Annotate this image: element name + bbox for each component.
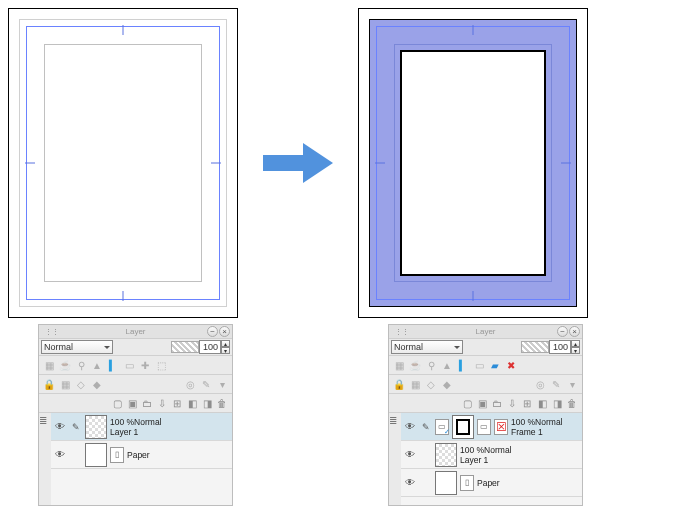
ruler-icon[interactable]: ▰ bbox=[488, 358, 502, 372]
lock-all-icon[interactable]: ◆ bbox=[90, 377, 104, 391]
layer-name[interactable]: Paper bbox=[127, 450, 150, 460]
border-icon[interactable]: ▭ bbox=[472, 358, 486, 372]
delete-button[interactable]: 🗑 bbox=[565, 396, 579, 410]
layer-thumbnail[interactable] bbox=[85, 443, 107, 467]
lock-all-icon[interactable]: ◆ bbox=[440, 377, 454, 391]
layer-name[interactable]: Layer 1 bbox=[110, 427, 162, 437]
opacity-up[interactable]: ▴ bbox=[221, 340, 230, 347]
layer-sidebar-icon: ≣ bbox=[39, 413, 51, 505]
lock-alpha-icon[interactable]: ▦ bbox=[42, 358, 56, 372]
crop-mark-top bbox=[473, 25, 474, 35]
layer-thumbnail[interactable] bbox=[85, 415, 107, 439]
transfer-down-button[interactable]: ⇩ bbox=[505, 396, 519, 410]
lock-row: 🔒 ▦ ◇ ◆ ◎ ✎ ▾ bbox=[389, 375, 582, 394]
lock-alpha-icon[interactable]: ▦ bbox=[392, 358, 406, 372]
paint-icon[interactable]: ▲ bbox=[90, 358, 104, 372]
opacity-down[interactable]: ▾ bbox=[221, 347, 230, 354]
lock-pos-icon[interactable]: ◇ bbox=[74, 377, 88, 391]
crop-mark-right bbox=[211, 163, 221, 164]
layer-meta: 100 %Normal bbox=[460, 445, 512, 455]
layer-row[interactable]: 👁 100 %Normal Layer 1 bbox=[401, 441, 582, 469]
layer-toolbar: ▢ ▣ 🗀 ⇩ ⊞ ◧ ◨ 🗑 bbox=[389, 394, 582, 413]
layer-thumbnail[interactable] bbox=[435, 443, 457, 467]
visibility-toggle[interactable]: 👁 bbox=[403, 477, 417, 488]
layer-thumbnail[interactable] bbox=[435, 471, 457, 495]
paper-area bbox=[19, 19, 227, 307]
opacity-up[interactable]: ▴ bbox=[571, 340, 580, 347]
mask-button[interactable]: ◧ bbox=[535, 396, 549, 410]
lock-icon[interactable]: 🔒 bbox=[42, 377, 56, 391]
minimize-button[interactable]: − bbox=[557, 326, 568, 337]
opacity-slider[interactable] bbox=[521, 341, 549, 353]
pin-icon[interactable]: ⚲ bbox=[424, 358, 438, 372]
layer-list: 👁 ✎ 100 %Normal Layer 1 👁 ▯ bbox=[51, 413, 232, 505]
layer-row[interactable]: 👁 ▯ Paper bbox=[51, 441, 232, 469]
layer-panel-after: ⋮⋮ Layer − × Normal 100 ▴ ▾ bbox=[388, 324, 583, 506]
opacity-down[interactable]: ▾ bbox=[571, 347, 580, 354]
menu-icon[interactable]: ▾ bbox=[565, 377, 579, 391]
svg-marker-0 bbox=[263, 143, 333, 183]
layer-color-icon[interactable]: ▍ bbox=[456, 358, 470, 372]
transfer-down-button[interactable]: ⇩ bbox=[155, 396, 169, 410]
opacity-input[interactable]: 100 bbox=[549, 340, 571, 354]
mug-icon[interactable]: ☕ bbox=[58, 358, 72, 372]
extract-icon[interactable]: ⬚ bbox=[154, 358, 168, 372]
menu-icon[interactable]: ▾ bbox=[215, 377, 229, 391]
layer-row[interactable]: 👁 ✎ ▭✓ ▭ ☒ 100 %Normal Frame 1 bbox=[401, 413, 582, 441]
lock-trans-icon[interactable]: ▦ bbox=[58, 377, 72, 391]
blend-mode-select[interactable]: Normal bbox=[391, 340, 463, 354]
mug-icon[interactable]: ☕ bbox=[408, 358, 422, 372]
apply-mask-button[interactable]: ◨ bbox=[200, 396, 214, 410]
new-layer-button[interactable]: ▢ bbox=[460, 396, 474, 410]
close-button[interactable]: × bbox=[569, 326, 580, 337]
paint-icon[interactable]: ▲ bbox=[440, 358, 454, 372]
new-folder-button[interactable]: 🗀 bbox=[490, 396, 504, 410]
close-button[interactable]: × bbox=[219, 326, 230, 337]
new-folder-button[interactable]: 🗀 bbox=[140, 396, 154, 410]
visibility-toggle[interactable]: 👁 bbox=[403, 449, 417, 460]
delete-ruler-icon[interactable]: ✖ bbox=[504, 358, 518, 372]
layer-row[interactable]: 👁 ✎ 100 %Normal Layer 1 bbox=[51, 413, 232, 441]
apply-mask-button[interactable]: ◨ bbox=[550, 396, 564, 410]
crop-mark-left bbox=[25, 163, 35, 164]
tab-handle: ⋮⋮ bbox=[45, 328, 59, 336]
paper-area bbox=[369, 19, 577, 307]
lock-icon[interactable]: 🔒 bbox=[392, 377, 406, 391]
visibility-toggle[interactable]: 👁 bbox=[53, 421, 67, 432]
crop-mark-top bbox=[123, 25, 124, 35]
new-layer-2-button[interactable]: ▣ bbox=[125, 396, 139, 410]
layer-name[interactable]: Paper bbox=[477, 478, 500, 488]
layer-sidebar-icon: ≣ bbox=[389, 413, 401, 505]
layer-thumbnail[interactable] bbox=[452, 415, 474, 439]
lock-trans-icon[interactable]: ▦ bbox=[408, 377, 422, 391]
reference-icon[interactable]: ◎ bbox=[183, 377, 197, 391]
draft-icon[interactable]: ✎ bbox=[199, 377, 213, 391]
pin-icon[interactable]: ⚲ bbox=[74, 358, 88, 372]
opacity-input[interactable]: 100 bbox=[199, 340, 221, 354]
visibility-toggle[interactable]: 👁 bbox=[403, 421, 417, 432]
new-layer-button[interactable]: ▢ bbox=[110, 396, 124, 410]
reference-icon[interactable]: ◎ bbox=[533, 377, 547, 391]
layer-name[interactable]: Layer 1 bbox=[460, 455, 512, 465]
blend-mode-select[interactable]: Normal bbox=[41, 340, 113, 354]
border-icon[interactable]: ▭ bbox=[122, 358, 136, 372]
panel-header[interactable]: ⋮⋮ Layer − × bbox=[389, 325, 582, 339]
layer-name[interactable]: Frame 1 bbox=[511, 427, 563, 437]
mask-button[interactable]: ◧ bbox=[185, 396, 199, 410]
layer-property-row: ▦ ☕ ⚲ ▲ ▍ ▭ ✚ ⬚ bbox=[39, 356, 232, 375]
layer-row[interactable]: 👁 ▯ Paper bbox=[401, 469, 582, 497]
combine-button[interactable]: ⊞ bbox=[170, 396, 184, 410]
effect-icon[interactable]: ✚ bbox=[138, 358, 152, 372]
draft-icon[interactable]: ✎ bbox=[549, 377, 563, 391]
new-layer-2-button[interactable]: ▣ bbox=[475, 396, 489, 410]
minimize-button[interactable]: − bbox=[207, 326, 218, 337]
delete-button[interactable]: 🗑 bbox=[215, 396, 229, 410]
visibility-toggle[interactable]: 👁 bbox=[53, 449, 67, 460]
layer-color-icon[interactable]: ▍ bbox=[106, 358, 120, 372]
combine-button[interactable]: ⊞ bbox=[520, 396, 534, 410]
panel-header[interactable]: ⋮⋮ Layer − × bbox=[39, 325, 232, 339]
lock-pos-icon[interactable]: ◇ bbox=[424, 377, 438, 391]
opacity-slider[interactable] bbox=[171, 341, 199, 353]
ruler-badge-icon: ▭ bbox=[477, 419, 491, 435]
layer-toolbar: ▢ ▣ 🗀 ⇩ ⊞ ◧ ◨ 🗑 bbox=[39, 394, 232, 413]
